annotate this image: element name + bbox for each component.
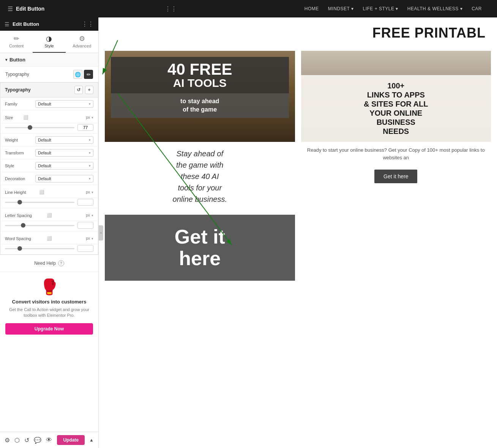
bottom-history-icon[interactable]: ↺ <box>24 437 29 444</box>
tab-advanced[interactable]: ⚙ Advanced <box>66 31 98 53</box>
word-spacing-unit-arrow[interactable]: ▾ <box>92 237 93 241</box>
main-area: ☰ Edit Button ⋮⋮ ✏ Content ◑ Style <box>0 17 497 448</box>
promo-title: Convert visitors into customers <box>5 299 93 305</box>
line-height-device-icon: ⬜ <box>39 190 44 195</box>
line-height-slider-row <box>0 198 98 208</box>
size-unit-arrow[interactable]: ▾ <box>92 116 93 119</box>
overlay-desc: to stay aheadof the game <box>116 97 284 114</box>
line-height-slider-thumb[interactable] <box>17 200 22 204</box>
style-select[interactable]: Default ▾ <box>35 162 93 170</box>
bottom-settings-icon[interactable]: ⚙ <box>5 437 10 444</box>
letter-spacing-unit-arrow[interactable]: ▾ <box>92 214 93 217</box>
letter-spacing-slider-row <box>0 221 98 231</box>
bottom-preview-icon[interactable]: 👁 <box>46 437 52 443</box>
size-label: Size <box>5 115 23 120</box>
tab-style[interactable]: ◑ Style <box>33 31 65 53</box>
decoration-select[interactable]: Default ▾ <box>35 175 93 182</box>
family-select[interactable]: Default ▾ <box>35 100 93 108</box>
word-spacing-input[interactable] <box>77 245 93 252</box>
top-nav: ☰ Edit Button ⋮⋮ HOME MINDSET ▾ LIFE + S… <box>0 0 497 17</box>
typography-panel-header: Typography ↺ + <box>0 83 98 97</box>
letter-spacing-input[interactable] <box>77 222 93 229</box>
line-height-unit-arrow[interactable]: ▾ <box>92 190 93 194</box>
word-spacing-slider-thumb[interactable] <box>17 246 22 251</box>
sidebar-title: Edit Button <box>13 21 39 27</box>
size-slider-thumb[interactable] <box>28 125 32 130</box>
promo-section: 🥊 Convert visitors into customers Get th… <box>0 272 98 341</box>
letter-spacing-slider-thumb[interactable] <box>21 223 25 228</box>
bottom-comments-icon[interactable]: 💬 <box>34 437 41 444</box>
reset-typography-btn[interactable]: ↺ <box>74 86 83 94</box>
word-spacing-slider[interactable] <box>5 245 74 252</box>
add-typography-btn[interactable]: + <box>85 86 93 94</box>
line-height-slider[interactable] <box>5 199 74 205</box>
global-typography-btn[interactable]: 🌐 <box>73 70 82 79</box>
letter-spacing-unit: px <box>86 213 90 217</box>
typography-panel-title: Typography <box>5 87 31 93</box>
size-slider[interactable] <box>5 124 74 130</box>
card-1-text: Stay ahead ofthe game withthese 40 AItoo… <box>105 142 295 211</box>
promo-desc: Get the Call to Action widget and grow y… <box>5 307 93 319</box>
help-icon: ? <box>58 260 64 266</box>
sidebar-wrapper: ☰ Edit Button ⋮⋮ ✏ Content ◑ Style <box>0 17 99 448</box>
style-arrow-icon: ▾ <box>89 164 91 168</box>
need-help-row[interactable]: Need Help ? <box>0 255 98 272</box>
typography-row: Typography 🌐 ✏ <box>0 67 98 82</box>
line-height-input[interactable] <box>77 199 93 206</box>
card-2: 100+LINKS TO APPS& SITES FOR ALLYOUR ONL… <box>301 51 491 281</box>
section-collapse-arrow: ▾ <box>5 58 7 62</box>
need-help-label: Need Help <box>34 261 56 266</box>
sidebar-header: ☰ Edit Button ⋮⋮ <box>0 17 98 31</box>
nav-home[interactable]: HOME <box>305 6 319 11</box>
decoration-value: Default <box>38 176 51 181</box>
word-spacing-slider-row <box>0 244 98 255</box>
letter-spacing-label: Letter Spacing <box>5 213 47 218</box>
line-height-unit: px <box>86 190 90 194</box>
size-device-icon: ⬜ <box>23 115 28 120</box>
button-section-header[interactable]: ▾ Button <box>0 53 98 67</box>
sidebar-hamburger-icon[interactable]: ☰ <box>5 21 9 27</box>
edit-typography-btn[interactable]: ✏ <box>84 70 93 79</box>
transform-select[interactable]: Default ▾ <box>35 149 93 157</box>
card-2-image: 100+LINKS TO APPS& SITES FOR ALLYOUR ONL… <box>301 51 491 142</box>
style-row: Style Default ▾ <box>0 159 98 172</box>
bottom-layers-icon[interactable]: ⬡ <box>14 437 20 444</box>
word-spacing-unit: px <box>86 236 90 241</box>
upgrade-now-button[interactable]: Upgrade Now <box>5 323 93 335</box>
overlay-subtitle: AI TOOLS <box>117 77 283 89</box>
family-value: Default <box>38 102 51 106</box>
family-arrow-icon: ▾ <box>89 102 91 106</box>
sidebar-collapse-handle[interactable]: ‹ <box>99 225 103 241</box>
weight-arrow-icon: ▾ <box>89 138 91 142</box>
update-caret-icon[interactable]: ▲ <box>89 437 94 443</box>
weight-select[interactable]: Default ▾ <box>35 136 93 144</box>
update-button[interactable]: Update <box>57 435 85 445</box>
sidebar-header-icons: ⋮⋮ <box>82 20 94 28</box>
style-label: Style <box>5 163 35 168</box>
nav-car[interactable]: CAR <box>472 6 482 11</box>
grid-dots-icon[interactable]: ⋮⋮ <box>82 20 94 28</box>
card-1-body-text: Stay ahead ofthe game withthese 40 AItoo… <box>111 148 289 205</box>
get-it-here-button[interactable]: Get it here <box>374 170 417 183</box>
nav-health[interactable]: HEALTH & WELLNESS ▾ <box>407 6 462 11</box>
size-row: Size ⬜ px ▾ <box>0 110 98 123</box>
family-control: Default ▾ <box>35 100 93 108</box>
size-input[interactable]: 77 <box>77 124 93 131</box>
letter-spacing-row: Letter Spacing ⬜ px ▾ <box>0 208 98 221</box>
content-icon: ✏ <box>0 35 33 43</box>
card-2-title: 100+LINKS TO APPS& SITES FOR ALLYOUR ONL… <box>307 81 485 136</box>
content-area: FREE PRINTABL 40 FREE <box>99 17 497 448</box>
nav-life-style[interactable]: LIFE + STYLE ▾ <box>363 6 398 11</box>
card-2-text: Ready to start your online business? Get… <box>301 142 491 166</box>
nav-mindset[interactable]: MINDSET ▾ <box>328 6 354 11</box>
overlay-number: 40 FREE <box>117 61 283 77</box>
tab-content[interactable]: ✏ Content <box>0 31 33 53</box>
cta-preview: Get ithere <box>105 215 295 281</box>
grid-icon[interactable]: ⋮⋮ <box>165 5 177 13</box>
card-1: 40 FREE AI TOOLS to stay aheadof the gam… <box>105 51 295 281</box>
letter-spacing-slider[interactable] <box>5 222 74 228</box>
hamburger-icon[interactable]: ☰ <box>8 5 13 13</box>
sidebar: ☰ Edit Button ⋮⋮ ✏ Content ◑ Style <box>0 17 99 448</box>
line-height-row: Line Height ⬜ px ▾ <box>0 185 98 198</box>
typography-label: Typography <box>5 72 29 77</box>
